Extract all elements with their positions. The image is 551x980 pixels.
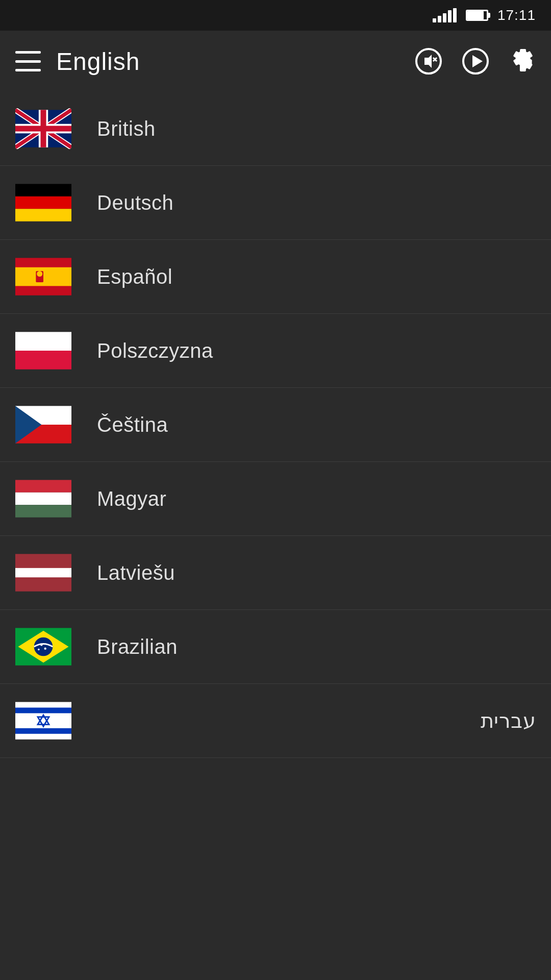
latvian-flag xyxy=(15,552,71,593)
svg-rect-31 xyxy=(15,707,71,713)
language-name: עברית xyxy=(481,709,536,732)
language-name: British xyxy=(97,117,156,140)
list-item[interactable]: עברית xyxy=(0,684,551,758)
svg-point-27 xyxy=(40,644,42,646)
status-bar: 17:11 xyxy=(0,0,551,31)
status-time: 17:11 xyxy=(497,7,536,23)
settings-button[interactable] xyxy=(509,48,536,75)
list-item[interactable]: Deutsch xyxy=(0,166,551,240)
language-list: British Deutsch Español xyxy=(0,92,551,758)
svg-marker-1 xyxy=(424,55,432,68)
svg-rect-9 xyxy=(15,209,71,221)
czech-flag xyxy=(15,404,71,445)
deutsch-flag xyxy=(15,182,71,223)
language-name: Brazilian xyxy=(97,635,178,658)
play-button[interactable] xyxy=(462,48,489,75)
svg-marker-5 xyxy=(472,55,483,67)
svg-point-28 xyxy=(44,647,46,649)
list-item[interactable]: Español xyxy=(0,240,551,314)
polish-flag xyxy=(15,330,71,371)
list-item[interactable]: Brazilian xyxy=(0,610,551,684)
menu-button[interactable] xyxy=(15,51,41,71)
svg-point-29 xyxy=(38,649,40,651)
british-flag xyxy=(15,108,71,149)
header-actions xyxy=(415,48,536,75)
svg-rect-21 xyxy=(15,505,71,517)
svg-rect-8 xyxy=(15,197,71,209)
svg-rect-7 xyxy=(15,184,71,196)
list-item[interactable]: Magyar xyxy=(0,462,551,536)
language-name: Čeština xyxy=(97,413,168,436)
svg-point-13 xyxy=(37,271,42,277)
svg-rect-19 xyxy=(15,480,71,492)
language-name: Español xyxy=(97,265,172,288)
page-title: English xyxy=(56,47,400,76)
brazilian-flag xyxy=(15,626,71,667)
svg-rect-23 xyxy=(15,568,71,577)
language-name: Latviešu xyxy=(97,561,175,584)
language-name: Magyar xyxy=(97,487,166,510)
volume-button[interactable] xyxy=(415,48,442,75)
app-header: English xyxy=(0,31,551,92)
list-item[interactable]: British xyxy=(0,92,551,166)
svg-rect-32 xyxy=(15,728,71,734)
magyar-flag xyxy=(15,478,71,519)
svg-rect-15 xyxy=(15,351,71,370)
list-item[interactable]: Latviešu xyxy=(0,536,551,610)
svg-rect-14 xyxy=(15,332,71,351)
language-name: Deutsch xyxy=(97,191,173,214)
espanol-flag xyxy=(15,256,71,297)
battery-icon xyxy=(466,10,488,21)
svg-point-26 xyxy=(34,638,53,656)
list-item[interactable]: Čeština xyxy=(0,388,551,462)
svg-rect-20 xyxy=(15,493,71,505)
list-item[interactable]: Polszczyzna xyxy=(0,314,551,388)
language-name: Polszczyzna xyxy=(97,339,213,362)
israeli-flag xyxy=(15,700,71,741)
signal-icon xyxy=(433,8,457,22)
